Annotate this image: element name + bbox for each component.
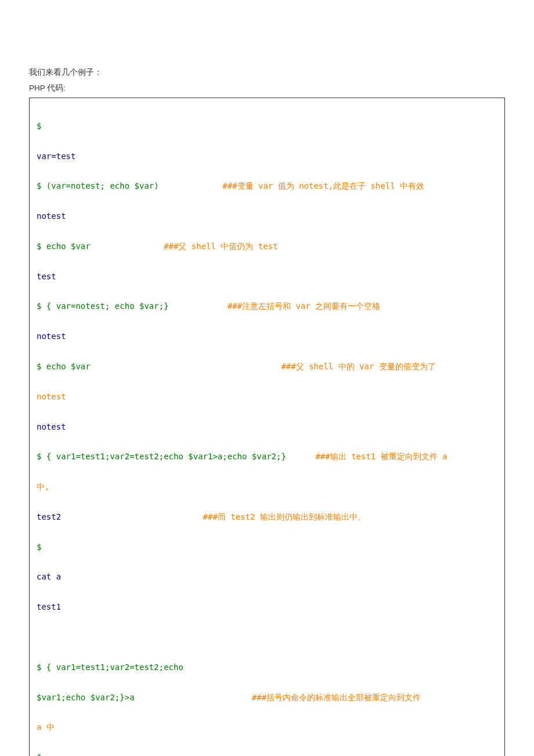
code-text: $ [37,121,41,131]
code-comment: ###注意左括号和 var 之间要有一个空格 [228,301,380,311]
code-text: $ { var=notest; echo $var;} [37,301,228,311]
code-text: test1 [37,602,61,611]
code-comment: ###父 shell 中值仍为 test [164,242,277,251]
code-text: $ [37,542,41,552]
code-text: cat a [37,572,61,581]
code-text: test2 [37,512,203,521]
code-text: $var1;echo $var2;}>a [37,693,252,702]
code-comment: notest [37,392,66,401]
code-comment: ###父 shell 中的 var 变量的值变为了 [281,362,435,371]
code-text: $ (var=notest; echo $var) [37,181,222,190]
code-label: PHP 代码: [29,82,505,95]
code-comment: a 中 [37,722,55,732]
code-block-1: $ var=test $ (var=notest; echo $var) ###… [29,98,505,756]
code-comment: 中, [37,482,49,491]
code-text: notest [37,211,66,221]
code-text: $ [37,753,41,756]
code-text: test [37,272,56,281]
code-text: $ echo $var [37,362,281,371]
code-text: $ { var1=test1;var2=test2;echo [37,663,183,672]
code-blank [37,630,497,645]
code-text: $ echo $var [37,242,164,251]
code-comment: ###变量 var 值为 notest,此是在子 shell 中有效 [222,181,424,190]
intro-text: 我们来看几个例子： [29,66,505,80]
code-comment: ###而 test2 输出则仍输出到标准输出中。 [203,512,366,521]
code-text: notest [37,332,66,341]
code-text: var=test [37,152,75,161]
code-comment: ###括号内命令的标准输出全部被重定向到文件 [252,693,421,702]
code-text: notest [37,422,66,431]
code-comment: ###输出 test1 被重定向到文件 a [315,452,447,461]
page: 我们来看几个例子： PHP 代码: $ var=test $ (var=note… [0,0,534,756]
code-text: $ { var1=test1;var2=test2;echo $var1>a;e… [37,452,315,461]
